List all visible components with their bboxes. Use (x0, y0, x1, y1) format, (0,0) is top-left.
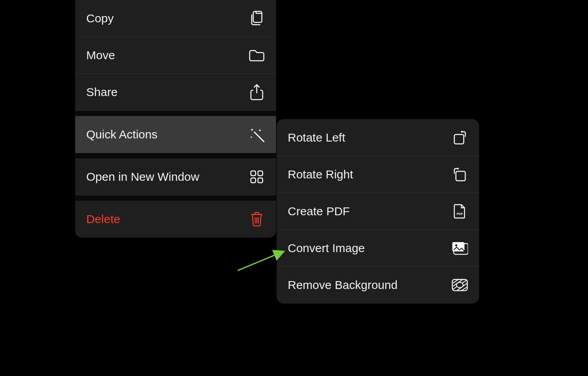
rotate-right-icon (452, 166, 468, 183)
pdf-file-icon: PDF (452, 203, 468, 220)
context-menu-main: Copy Move Share Quick Action (75, 0, 276, 238)
submenu-item-remove-background[interactable]: Remove Background (277, 267, 479, 303)
svg-rect-2 (258, 171, 263, 176)
menu-item-label: Move (86, 49, 249, 62)
menu-item-label: Open in New Window (86, 170, 249, 183)
menu-section-gap (75, 153, 276, 158)
menu-item-copy[interactable]: Copy (75, 0, 276, 37)
menu-item-share[interactable]: Share (75, 74, 276, 111)
remove-background-icon (452, 277, 468, 293)
menu-item-label: Create PDF (288, 205, 452, 218)
grid-icon (249, 169, 265, 185)
rotate-left-icon (452, 129, 468, 146)
svg-point-11 (456, 282, 463, 287)
menu-item-label: Copy (86, 12, 249, 25)
copy-icon (249, 10, 265, 27)
menu-item-label: Rotate Left (288, 131, 452, 144)
submenu-item-convert-image[interactable]: Convert Image (277, 230, 479, 267)
menu-section-gap (75, 195, 276, 201)
submenu-item-rotate-right[interactable]: Rotate Right (277, 156, 479, 193)
svg-text:PDF: PDF (457, 212, 463, 216)
menu-item-move[interactable]: Move (75, 37, 276, 74)
menu-item-open-new-window[interactable]: Open in New Window (75, 158, 276, 195)
menu-item-label: Quick Actions (86, 128, 249, 141)
svg-rect-5 (454, 134, 464, 144)
menu-item-label: Rotate Right (288, 168, 452, 181)
menu-item-delete[interactable]: Delete (75, 201, 276, 238)
menu-item-label: Delete (86, 213, 249, 226)
svg-rect-1 (251, 171, 256, 176)
menu-item-quick-actions[interactable]: Quick Actions (75, 116, 276, 153)
svg-rect-4 (258, 178, 263, 183)
trash-icon (249, 211, 265, 227)
share-icon (249, 84, 265, 100)
menu-section-gap (75, 111, 276, 116)
folder-icon (249, 47, 265, 64)
submenu-item-create-pdf[interactable]: Create PDF PDF (277, 193, 479, 230)
svg-rect-6 (456, 171, 465, 181)
menu-item-label: Share (86, 85, 249, 99)
svg-point-9 (455, 244, 457, 246)
menu-item-label: Convert Image (288, 242, 452, 255)
svg-line-12 (238, 252, 283, 271)
svg-rect-3 (251, 178, 256, 183)
images-icon (452, 240, 468, 256)
menu-item-label: Remove Background (288, 278, 452, 292)
wand-sparkles-icon (249, 126, 265, 143)
context-menu-quick-actions: Rotate Left Rotate Right Create PDF PD (277, 119, 479, 303)
submenu-item-rotate-left[interactable]: Rotate Left (277, 119, 479, 156)
